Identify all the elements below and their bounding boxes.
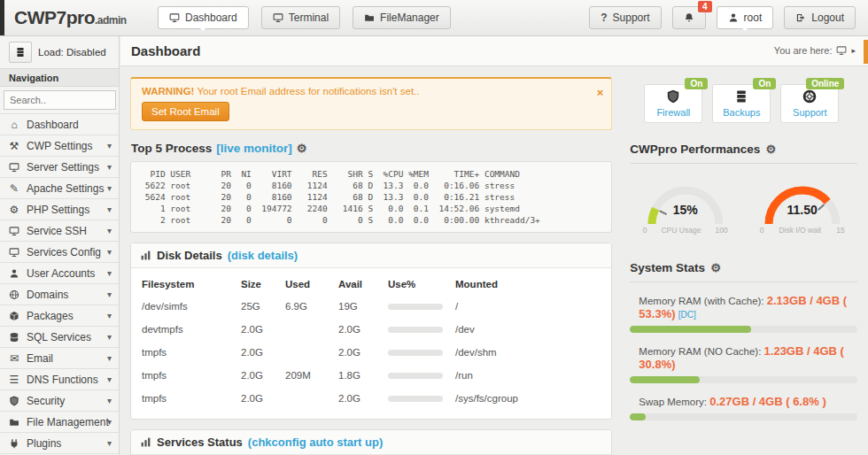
logo-suffix: .admin (95, 14, 127, 27)
cell-mounted: /dev (455, 324, 601, 335)
sidebar-item-email[interactable]: ✉Email▾ (0, 348, 119, 369)
services-status-panel: Services Status (chkconfig auto start up… (130, 429, 612, 455)
sidebar-item-service-ssh[interactable]: Service SSH▾ (0, 220, 119, 242)
breadcrumb[interactable]: You are here: ▸ (774, 45, 856, 56)
support-widget[interactable]: Online Support (780, 84, 839, 123)
tab-dashboard[interactable]: Dashboard (158, 6, 249, 29)
sidebar-item-services-config[interactable]: Services Config▾ (0, 242, 119, 263)
cell-mounted: /dev/shm (455, 347, 601, 358)
logout-button[interactable]: Logout (784, 6, 856, 29)
support-button[interactable]: ?Support (589, 6, 661, 29)
usage-bar (388, 396, 443, 402)
navigation-title: Navigation (0, 68, 119, 87)
sidebar-item-packages[interactable]: Packages▾ (0, 305, 119, 327)
chevron-down-icon: ▾ (107, 332, 112, 342)
disk-details-link[interactable]: (disk details) (228, 249, 298, 262)
chkconfig-link[interactable]: (chkconfig auto start up) (248, 436, 383, 449)
terminal-icon (273, 12, 283, 23)
usage-bar (388, 304, 443, 310)
disk-io-gauge: 11.50 0 Disk I/O wait 15 (758, 178, 847, 235)
stat-bar-fill (630, 326, 751, 333)
gear-icon[interactable]: ⚙ (297, 142, 307, 155)
sidebar-item-user-accounts[interactable]: User Accounts▾ (0, 263, 119, 284)
close-icon[interactable]: × (597, 86, 604, 99)
cell-filesystem: devtmpfs (142, 324, 241, 335)
backups-widget[interactable]: On Backups (712, 84, 771, 123)
shield-icon (666, 89, 680, 104)
sidebar-item-label: Dashboard (27, 119, 79, 131)
chevron-down-icon: ▾ (107, 226, 112, 235)
gear-icon[interactable]: ⚙ (710, 261, 721, 274)
sidebar-item-label: Security (27, 395, 65, 407)
load-button[interactable] (9, 42, 32, 63)
app-logo: CWP7pro.admin (14, 7, 127, 28)
stat-ram-no-cache: Memory RAM (NO Cache): 1.23GB / 4GB ( 30… (630, 344, 857, 383)
list-icon: ☰ (8, 374, 20, 385)
gauge-min: 0 (760, 226, 764, 235)
sidebar-menu: ⌂Dashboard ⚒CWP Settings▾ Server Setting… (0, 113, 119, 455)
performance-gauges: 15% 0 CPU Usage 100 11.50 0 (630, 178, 857, 235)
sidebar-item-cwp-settings[interactable]: ⚒CWP Settings▾ (0, 135, 119, 157)
top-process-heading: Top 5 Process [live monitor] ⚙ (131, 142, 612, 155)
dc-link[interactable]: [DC] (678, 310, 696, 320)
sidebar-item-dashboard[interactable]: ⌂Dashboard (0, 114, 119, 135)
sidebar-item-server-settings[interactable]: Server Settings▾ (0, 157, 119, 178)
sidebar-item-file-management[interactable]: File Management▾ (0, 412, 119, 433)
chart-icon (140, 436, 151, 448)
package-icon (8, 311, 20, 321)
sidebar-item-php-settings[interactable]: ⚙PHP Settings▾ (0, 199, 119, 220)
sidebar-item-apache-settings[interactable]: ✎Apache Settings▾ (0, 178, 119, 199)
disk-row: devtmpfs 2.0G 2.0G /dev (142, 318, 601, 341)
disk-panel-title: Disk Details (157, 249, 222, 262)
notifications-button[interactable]: 4 (672, 6, 706, 29)
main-area: Dashboard You are here: ▸ WARNING! Your … (120, 36, 868, 455)
col-avail: Avail (338, 279, 388, 289)
cell-filesystem: tmpfs (142, 370, 241, 381)
sidebar-item-domains[interactable]: Domains▾ (0, 284, 119, 305)
sidebar-item-security[interactable]: Security▾ (0, 390, 119, 412)
question-icon: ? (601, 12, 607, 24)
chevron-down-icon: ▾ (107, 289, 112, 299)
system-stats-title: System Stats (630, 261, 705, 274)
stat-label: Memory RAM (with Cache): (639, 296, 763, 306)
gear-icon[interactable]: ⚙ (765, 143, 776, 156)
sidebar-item-sql-services[interactable]: SQL Services▾ (0, 327, 119, 348)
notification-count-badge: 4 (698, 1, 712, 12)
cell-filesystem: tmpfs (142, 393, 241, 404)
process-header-row: PID USER PR NI VIRT RES SHR S %CPU %MEM … (140, 168, 602, 180)
col-mounted: Mounted (455, 279, 601, 289)
plug-icon (8, 438, 20, 449)
disk-panel-header: Disk Details (disk details) (131, 243, 611, 268)
col-filesystem: Filesystem (142, 279, 241, 289)
disk-row: tmpfs 2.0G 2.0G /sys/fs/cgroup (142, 387, 601, 410)
database-icon (8, 332, 20, 343)
user-menu-button[interactable]: root (717, 6, 774, 29)
performances-title: CWPpro Performances (630, 143, 760, 156)
tab-terminal[interactable]: Terminal (261, 6, 340, 29)
quick-widgets: On Firewall On Backups Online Support (630, 77, 857, 123)
firewall-widget[interactable]: On Firewall (644, 84, 702, 123)
services-panel-header: Services Status (chkconfig auto start up… (131, 430, 611, 455)
topbar: CWP7pro.admin Dashboard Terminal FileMan… (0, 0, 868, 36)
disk-row: /dev/simfs 25G 6.9G 19G / (142, 295, 601, 318)
set-root-email-button[interactable]: Set Root Email (142, 102, 229, 121)
chevron-down-icon: ▾ (107, 417, 112, 427)
sidebar-search-input[interactable] (4, 90, 116, 110)
process-row: 5622 root 20 0 8160 1124 68 D 13.3 0.0 0… (140, 180, 602, 191)
cell-avail: 1.8G (338, 370, 388, 381)
backups-status-badge: On (753, 78, 776, 89)
topbar-tabs: Dashboard Terminal FileManager (158, 6, 451, 29)
warning-bold: WARNING! (142, 86, 194, 96)
process-row: 5624 root 20 0 8160 1124 68 D 13.3 0.0 0… (140, 191, 602, 203)
load-status-label: Load: Disabled (38, 47, 106, 58)
disk-row: tmpfs 2.0G 209M 1.8G /run (142, 364, 601, 387)
sidebar-item-plugins[interactable]: Plugins▾ (0, 433, 119, 454)
chevron-down-icon: ▾ (107, 183, 112, 193)
live-monitor-link[interactable]: [live monitor] (216, 142, 292, 155)
system-stats-heading: System Stats ⚙ (630, 261, 857, 274)
chevron-down-icon: ▾ (107, 396, 112, 405)
monitor-icon (8, 226, 20, 236)
tab-filemanager[interactable]: FileManager (353, 6, 451, 29)
sidebar-item-dns-functions[interactable]: ☰DNS Functions▾ (0, 369, 119, 390)
cell-avail: 19G (338, 301, 388, 312)
